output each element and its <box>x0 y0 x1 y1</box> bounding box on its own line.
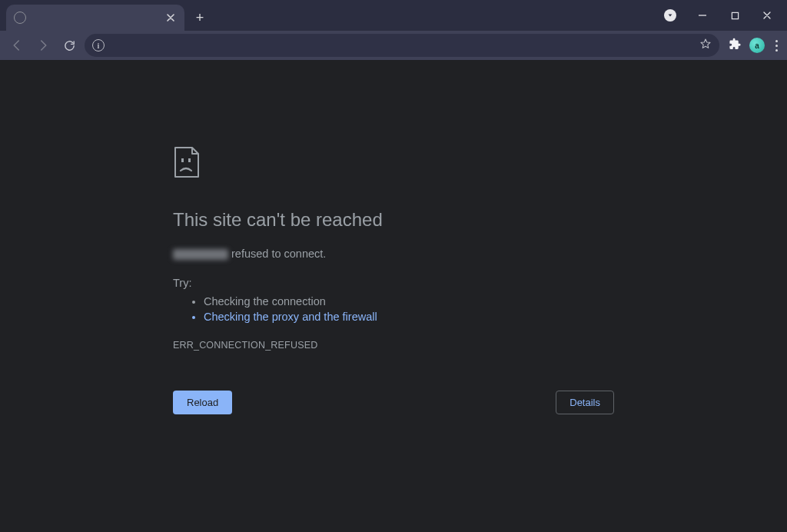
back-button[interactable] <box>6 35 28 56</box>
new-tab-button[interactable]: + <box>189 7 211 28</box>
close-window-button[interactable] <box>759 8 775 23</box>
suggestion-list: Checking the connection Checking the pro… <box>173 295 614 323</box>
details-button[interactable]: Details <box>556 391 614 414</box>
suggestion-check-connection: Checking the connection <box>204 295 614 308</box>
sad-file-icon <box>173 146 201 178</box>
menu-button[interactable] <box>772 37 781 55</box>
svg-rect-2 <box>188 158 191 162</box>
close-tab-button[interactable] <box>164 12 177 24</box>
suggestion-proxy-firewall-link[interactable]: Checking the proxy and the firewall <box>204 311 614 323</box>
error-message: refused to connect. <box>173 248 614 260</box>
extensions-icon[interactable] <box>729 38 742 54</box>
error-button-row: Reload Details <box>173 391 614 414</box>
profile-avatar[interactable]: a <box>749 38 765 53</box>
bookmark-star-icon[interactable] <box>699 38 712 53</box>
toolbar-right: a <box>724 37 781 55</box>
minimize-button[interactable] <box>695 8 710 23</box>
error-heading: This site can't be reached <box>173 209 614 231</box>
error-message-text: refused to connect. <box>231 248 326 260</box>
reload-toolbar-button[interactable] <box>58 35 80 56</box>
globe-icon <box>14 12 26 24</box>
toolbar: i a <box>0 31 787 60</box>
try-label: Try: <box>173 277 614 289</box>
address-bar[interactable]: i <box>85 34 719 57</box>
titlebar: + <box>0 0 787 31</box>
maximize-button[interactable] <box>727 8 742 23</box>
svg-rect-1 <box>181 158 184 162</box>
site-info-icon[interactable]: i <box>92 39 105 52</box>
url-input[interactable] <box>112 40 692 52</box>
error-code: ERR_CONNECTION_REFUSED <box>173 340 614 351</box>
error-panel: This site can't be reached refused to co… <box>173 146 614 351</box>
page-content: This site can't be reached refused to co… <box>0 60 787 532</box>
reload-button[interactable]: Reload <box>173 391 232 414</box>
window-controls <box>655 0 782 31</box>
browser-tab[interactable] <box>6 5 184 31</box>
account-menu-button[interactable] <box>662 8 678 23</box>
redacted-host <box>173 249 228 260</box>
svg-rect-0 <box>732 12 738 18</box>
forward-button[interactable] <box>32 35 54 56</box>
